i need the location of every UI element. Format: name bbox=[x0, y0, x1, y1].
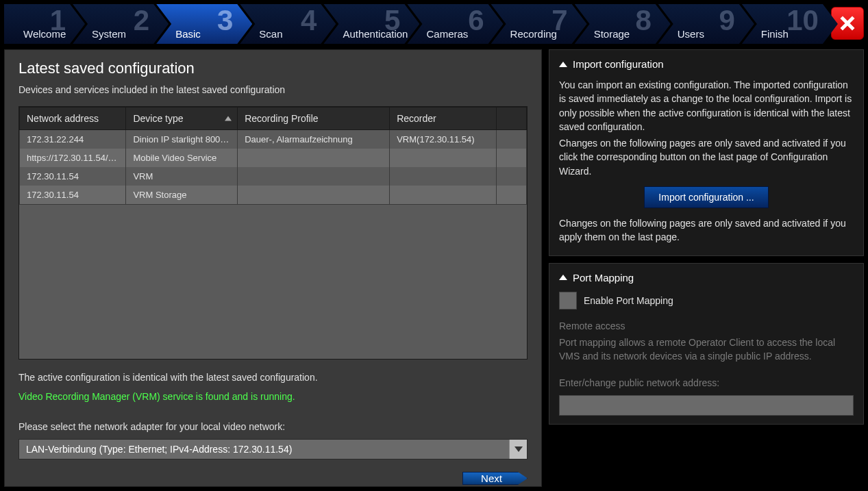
step-label: Storage bbox=[594, 28, 630, 40]
public-address-input[interactable] bbox=[559, 395, 854, 416]
step-users[interactable]: 9 Users bbox=[658, 4, 754, 44]
col-recording-profile[interactable]: Recording Profile bbox=[238, 108, 390, 130]
step-number: 6 bbox=[468, 4, 484, 37]
col-device-type[interactable]: Device type bbox=[126, 108, 238, 130]
step-label: Scan bbox=[259, 28, 282, 40]
step-label: Recording bbox=[510, 28, 557, 40]
page-title: Latest saved configuration bbox=[18, 60, 528, 77]
step-label: Welcome bbox=[23, 28, 66, 40]
close-icon bbox=[837, 13, 858, 34]
adapter-label: Please select the network adapter for yo… bbox=[18, 421, 528, 432]
vrm-status: Video Recording Manager (VRM) service is… bbox=[18, 391, 528, 402]
step-label: Users bbox=[678, 28, 704, 40]
step-finish[interactable]: 10 Finish bbox=[742, 4, 838, 44]
step-welcome[interactable]: 1 Welcome bbox=[4, 4, 85, 44]
select-value: LAN-Verbindung (Type: Ethernet; IPv4-Add… bbox=[19, 444, 509, 455]
sort-asc-icon bbox=[225, 116, 232, 121]
step-number: 3 bbox=[217, 4, 233, 37]
next-button[interactable]: Next bbox=[462, 472, 528, 485]
step-cameras[interactable]: 6 Cameras bbox=[407, 4, 503, 44]
page-subtitle: Devices and services included in the lat… bbox=[18, 84, 528, 95]
import-text-3: Changes on the following pages are only … bbox=[559, 216, 854, 244]
table-row[interactable]: https://172.30.11.54/mvs Mobile Video Se… bbox=[20, 149, 527, 167]
step-storage[interactable]: 8 Storage bbox=[575, 4, 671, 44]
remote-access-title: Remote access bbox=[559, 319, 854, 333]
import-config-header[interactable]: Import configuration bbox=[559, 58, 854, 70]
import-config-card: Import configuration You can import an e… bbox=[549, 49, 864, 256]
step-scan[interactable]: 4 Scan bbox=[240, 4, 336, 44]
step-label: Cameras bbox=[426, 28, 468, 40]
step-label: System bbox=[92, 28, 126, 40]
main-panel: Latest saved configuration Devices and s… bbox=[4, 49, 542, 487]
step-authentication[interactable]: 5 Authentication bbox=[323, 4, 419, 44]
col-recorder[interactable]: Recorder bbox=[390, 108, 496, 130]
checkbox-label: Enable Port Mapping bbox=[584, 294, 673, 307]
step-number: 9 bbox=[719, 4, 734, 37]
port-mapping-card: Port Mapping Enable Port Mapping Remote … bbox=[549, 263, 864, 425]
port-mapping-header[interactable]: Port Mapping bbox=[559, 272, 854, 284]
config-status: The active configuration is identical wi… bbox=[18, 372, 528, 383]
chevron-down-icon bbox=[509, 440, 527, 459]
network-adapter-select[interactable]: LAN-Verbindung (Type: Ethernet; IPv4-Add… bbox=[18, 439, 528, 459]
remote-access-desc: Port mapping allows a remote Operator Cl… bbox=[559, 336, 854, 364]
public-address-label: Enter/change public network address: bbox=[559, 376, 854, 390]
import-configuration-button[interactable]: Import configuration ... bbox=[644, 186, 768, 208]
chevron-up-icon bbox=[559, 275, 567, 280]
step-label: Basic bbox=[175, 28, 201, 40]
table-row[interactable]: 172.30.11.54 VRM bbox=[20, 167, 527, 186]
table-row[interactable]: 172.31.22.244 Dinion IP starlight 8000 M… bbox=[20, 130, 527, 149]
table-row[interactable]: 172.30.11.54 VRM Storage bbox=[20, 186, 527, 204]
step-number: 8 bbox=[635, 4, 651, 37]
col-extra[interactable] bbox=[496, 108, 526, 130]
step-label: Authentication bbox=[343, 28, 408, 40]
import-text-1: You can import an existing configuration… bbox=[559, 78, 854, 134]
import-text-2: Changes on the following pages are only … bbox=[559, 136, 854, 178]
step-number: 2 bbox=[134, 4, 149, 37]
step-basic[interactable]: 3 Basic bbox=[156, 4, 252, 44]
step-label: Finish bbox=[761, 28, 789, 40]
step-recording[interactable]: 7 Recording bbox=[491, 4, 587, 44]
col-network-address[interactable]: Network address bbox=[20, 108, 126, 130]
step-system[interactable]: 2 System bbox=[73, 4, 169, 44]
devices-table: Network address Device type Recording Pr… bbox=[18, 106, 528, 360]
step-number: 4 bbox=[301, 4, 317, 37]
step-number: 10 bbox=[786, 4, 819, 37]
chevron-up-icon bbox=[559, 62, 567, 67]
wizard-steps: 1 Welcome 2 System 3 Basic 4 Scan 5 Auth… bbox=[4, 4, 864, 44]
enable-port-mapping-checkbox[interactable] bbox=[559, 292, 577, 310]
